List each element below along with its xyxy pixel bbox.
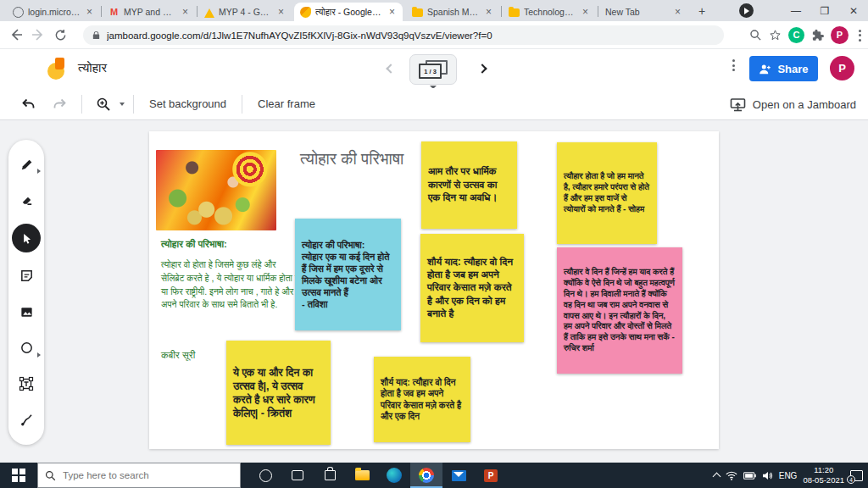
zoom-dropdown-icon[interactable]: [120, 103, 125, 106]
redo-icon[interactable]: [47, 92, 73, 117]
share-button[interactable]: Share: [749, 56, 818, 81]
select-tool-icon[interactable]: [12, 224, 41, 252]
festival-photo: [156, 150, 276, 230]
url-bar[interactable]: jamboard.google.com/d/1Jlw1E7NufhAYQvZI5…: [83, 25, 724, 45]
tab-label: MYP 4 - Google D: [219, 7, 272, 17]
frame-counter: 1 / 3: [419, 64, 442, 79]
bookmark-star-icon[interactable]: [769, 29, 782, 42]
zoom-in-icon[interactable]: [91, 92, 116, 117]
window-minimize-button[interactable]: —: [782, 0, 810, 21]
set-background-button[interactable]: Set background: [142, 97, 233, 110]
laser-pointer-tool-icon[interactable]: [14, 408, 39, 433]
close-icon[interactable]: ×: [85, 6, 94, 18]
browser-menu-icon[interactable]: [855, 30, 865, 42]
search-input[interactable]: [63, 470, 224, 480]
browser-tab-strip: login.microsofton × M MYP and DP asyn × …: [0, 0, 868, 21]
previous-frame-icon[interactable]: [386, 64, 395, 73]
battery-icon[interactable]: [743, 472, 756, 480]
sticky-note[interactable]: शौर्य याद: त्यौहार वो दिन होता है जब हम …: [420, 234, 524, 342]
document-title[interactable]: त्योहार: [78, 60, 107, 75]
new-tab-button[interactable]: +: [693, 3, 710, 20]
sticky-note[interactable]: त्यौहार होता है जो हम मानते है, त्यौहार …: [557, 142, 657, 244]
image-tool-icon[interactable]: [14, 299, 39, 324]
clear-frame-button[interactable]: Clear frame: [251, 97, 322, 110]
date-text: 08-05-2021: [803, 475, 844, 485]
tab-separator: [197, 6, 198, 17]
tab-label: MYP and DP asyn: [124, 7, 176, 17]
zoom-icon[interactable]: [749, 29, 762, 42]
tab-drive[interactable]: MYP 4 - Google D ×: [198, 3, 292, 21]
tab-label: त्योहार - Google Ja: [315, 7, 383, 18]
shape-tool-icon[interactable]: [14, 336, 39, 361]
frame-title-text: त्योहार की परिभाषा: [300, 150, 403, 169]
close-icon[interactable]: ×: [673, 6, 682, 18]
task-view-icon[interactable]: [281, 463, 314, 488]
sticky-note[interactable]: शौर्य याद: त्यौहार वो दिन होता है जव हम …: [374, 357, 470, 442]
note-text: शौर्य याद: त्यौहार वो दिन होता है जव हम …: [381, 377, 464, 423]
account-avatar[interactable]: P: [830, 56, 854, 80]
mail-icon[interactable]: [442, 463, 475, 488]
chrome-icon[interactable]: [410, 463, 442, 488]
language-indicator[interactable]: ENG: [779, 471, 798, 480]
edge-icon[interactable]: [378, 463, 410, 488]
close-icon[interactable]: ×: [581, 6, 590, 18]
note-text: त्योहार की परिभाषा: त्योहार एक या कई दिन…: [302, 239, 394, 310]
sticky-note[interactable]: त्योहार की परिभाषा: त्योहार एक या कई दिन…: [295, 219, 401, 330]
extension-icon[interactable]: C: [788, 27, 804, 43]
jamboard-header: त्योहार 1 / 3 Share P: [0, 49, 868, 88]
volume-icon[interactable]: [762, 471, 773, 480]
powerpoint-icon[interactable]: P: [475, 463, 507, 488]
tab-new-tab[interactable]: New Tab ×: [599, 3, 688, 21]
media-controls-icon[interactable]: [739, 3, 754, 18]
open-on-jamboard-button[interactable]: Open on a Jamboard: [730, 88, 856, 120]
window-close-button[interactable]: ✕: [839, 0, 868, 21]
sticky-note[interactable]: त्यौहार वे दिन हैं जिन्हें हम याद करते ह…: [557, 247, 682, 374]
sticky-note[interactable]: ये एक या और दिन का उत्सव है|, ये उत्सव क…: [226, 341, 331, 445]
eraser-tool-icon[interactable]: [14, 188, 39, 214]
close-icon[interactable]: ×: [276, 6, 286, 18]
store-icon[interactable]: [314, 463, 346, 488]
pen-tool-icon[interactable]: [14, 152, 39, 177]
hidden-icons-chevron[interactable]: [712, 473, 721, 481]
close-icon[interactable]: ×: [484, 6, 493, 18]
text-box-tool-icon[interactable]: [14, 371, 39, 396]
tab-spanish[interactable]: Spanish MYP4 Ph ×: [406, 3, 499, 21]
browser-profile-avatar[interactable]: P: [831, 26, 849, 44]
clock[interactable]: 11:20 08-05-2021: [803, 465, 844, 485]
wifi-icon[interactable]: [726, 471, 737, 480]
sticky-note[interactable]: आम तौर पर धार्मिक कारणों से उत्सव का एक …: [421, 141, 517, 229]
undo-icon[interactable]: [15, 92, 41, 117]
note-text: ये एक या और दिन का उत्सव है|, ये उत्सव क…: [233, 366, 324, 420]
extensions-puzzle-icon[interactable]: [811, 29, 824, 42]
jamboard-logo-icon: [47, 58, 68, 80]
tab-jamboard-active[interactable]: त्योहार - Google Ja ×: [294, 3, 403, 21]
forward-icon[interactable]: [27, 24, 49, 46]
browser-address-bar: jamboard.google.com/d/1Jlw1E7NufhAYQvZI5…: [0, 21, 868, 49]
jam-frame-canvas[interactable]: त्योहार की परिभाषा त्योहार की परिभाषा: त…: [149, 131, 719, 449]
next-frame-icon[interactable]: [477, 64, 487, 73]
taskbar-search[interactable]: [37, 463, 241, 488]
cortana-icon[interactable]: [249, 463, 281, 488]
action-center-icon[interactable]: 4: [850, 470, 863, 481]
jamboard-menu-icon[interactable]: [729, 59, 738, 71]
start-button[interactable]: [0, 463, 37, 488]
window-restore-button[interactable]: ❐: [810, 0, 839, 21]
tool-palette: [8, 140, 44, 445]
close-icon[interactable]: ×: [181, 6, 190, 18]
close-icon[interactable]: ×: [387, 6, 397, 18]
tab-technology[interactable]: Technology Integ ×: [503, 3, 596, 21]
tab-separator: [598, 6, 598, 17]
windows-logo-icon: [12, 469, 25, 482]
file-explorer-icon[interactable]: [346, 463, 378, 488]
reload-icon[interactable]: [49, 24, 71, 46]
folder-icon: [412, 8, 423, 17]
sticky-note-tool-icon[interactable]: [14, 263, 39, 289]
jamboard-icon: [300, 7, 311, 18]
back-icon[interactable]: [5, 24, 27, 46]
workspace: त्योहार की परिभाषा त्योहार की परिभाषा: त…: [0, 120, 868, 463]
tab-login-microsoft[interactable]: login.microsofton ×: [7, 3, 100, 21]
definition-heading-text: त्योहार की परिभाषा:: [161, 239, 227, 250]
frame-selector[interactable]: 1 / 3: [409, 54, 457, 85]
lock-icon: [92, 30, 101, 41]
tab-gmail[interactable]: M MYP and DP asyn ×: [103, 3, 196, 21]
